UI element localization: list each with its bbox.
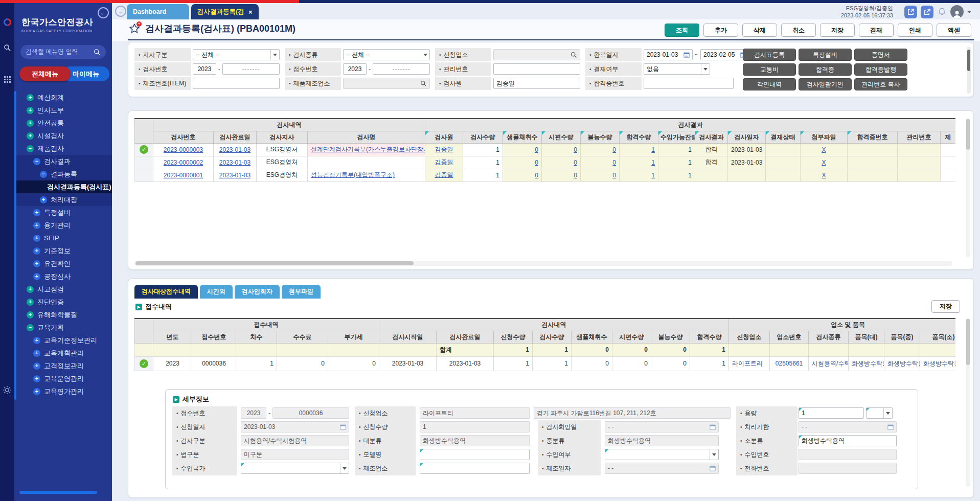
grid-cell-link[interactable]: 0	[535, 146, 538, 153]
grid-cell-link[interactable]: 0	[574, 172, 577, 179]
grid-cell[interactable]: 1	[658, 156, 695, 169]
grid-cell[interactable]: 합격	[695, 156, 728, 169]
grid-column-header[interactable]: 검사시작일	[379, 331, 437, 343]
grid-cell-link[interactable]: 김종일	[435, 146, 453, 153]
grid-column-header[interactable]: 시편수량	[612, 331, 651, 343]
filter-tool-button[interactable]: 특정설비	[799, 49, 852, 61]
action-button[interactable]: 인쇄	[898, 24, 932, 37]
grid-cell[interactable]: 1	[690, 356, 729, 371]
sidebar-item[interactable]: +요건확인	[14, 257, 112, 270]
grid-column-header[interactable]: 검사수량	[463, 131, 503, 143]
grid-cell-link[interactable]: 0	[574, 159, 577, 166]
grid-cell[interactable]: 화생방수탁용역	[849, 356, 884, 371]
grid-cell[interactable]	[695, 169, 728, 181]
grid-column-header[interactable]: 결재상태	[766, 131, 801, 143]
menu-search-input[interactable]: 검색할 메뉴명 입력	[20, 45, 106, 59]
grid-cell[interactable]: 0000036	[192, 356, 236, 371]
grid-cell[interactable]: 1	[494, 356, 533, 371]
grid-cell[interactable]: 2023-01-03	[214, 156, 257, 169]
table-row[interactable]: ✓2023-00000032023-01-03ESG경영처설계단계검사기록부(가…	[135, 143, 956, 156]
filter-tool-button[interactable]: 각인내역	[743, 78, 796, 90]
grid-cell[interactable]: 1	[236, 356, 277, 371]
grid-column-header[interactable]: 첨부파일	[801, 131, 848, 143]
sidebar-item[interactable]: +공장심사	[14, 270, 112, 283]
grid-cell[interactable]: 0	[542, 156, 581, 169]
sidebar-item[interactable]: +SEIP	[14, 232, 112, 244]
grid-cell[interactable]	[848, 169, 898, 181]
grid-cell[interactable]: 2023-01-03	[728, 156, 766, 169]
complete-date-to-field[interactable]: 2023-02-05	[700, 49, 749, 60]
lower-tab[interactable]: 시간외	[200, 285, 233, 299]
grid-column-header[interactable]: 검사일자	[728, 131, 766, 143]
grid-cell[interactable]	[766, 156, 801, 169]
grid-cell[interactable]	[941, 156, 956, 169]
grid-cell[interactable]: 1	[533, 356, 572, 371]
action-button[interactable]: 저장	[820, 24, 855, 37]
grid-cell[interactable]: 화생방수탁용역	[920, 356, 955, 371]
grid-cell-link[interactable]: 성능검정기록부(내압방폭구조)	[311, 171, 395, 178]
sidebar-item[interactable]: +진단인증	[14, 295, 112, 308]
grid-column-header[interactable]: 제	[941, 131, 956, 143]
approval-status-select[interactable]: 없음	[644, 63, 710, 75]
grid-cell[interactable]: 설계단계검사기록부(가스누출경보차단장치)	[308, 143, 425, 156]
grid-horizontal-scrollbar[interactable]	[134, 261, 952, 266]
grid-cell[interactable]: 2023-01-03	[214, 143, 257, 156]
grid-cell[interactable]: 0	[503, 169, 542, 181]
lower-tab[interactable]: 첨부파일	[282, 285, 321, 299]
save-button[interactable]: 저장	[931, 300, 960, 313]
grid-cell-link[interactable]: 0	[612, 172, 616, 179]
grid-cell[interactable]: 화생방수탁용역	[884, 356, 920, 371]
action-button[interactable]: 추가	[703, 24, 738, 37]
import-country-select[interactable]	[241, 463, 349, 474]
grid-cell[interactable]	[848, 156, 898, 169]
grid-cell-link[interactable]: 2023-0000001	[164, 172, 203, 179]
search-icon[interactable]	[3, 43, 12, 52]
row-selector-cell[interactable]	[135, 169, 153, 181]
grid-cell-link[interactable]: 2023-0000002	[164, 159, 203, 166]
grid-cell[interactable]	[766, 169, 801, 181]
certificate-no-field[interactable]	[644, 78, 734, 89]
sidebar-item[interactable]: +교육계획관리	[14, 347, 112, 359]
grid-cell[interactable]: 0	[581, 169, 620, 181]
sidebar-item[interactable]: +안전공통	[14, 117, 112, 129]
action-button[interactable]: 취소	[781, 24, 816, 37]
sidebar-item[interactable]: +고객정보관리	[14, 359, 112, 372]
grid-cell[interactable]: 합격	[695, 143, 728, 156]
grid-column-header[interactable]: 접수번호	[192, 331, 236, 343]
table-row[interactable]: ✓202300000361002023-01-032023-01-0311000…	[135, 356, 956, 371]
grid-cell[interactable]: 2023-01-03	[379, 356, 437, 371]
sidebar-item[interactable]: +교육기준정보관리	[14, 334, 112, 347]
grid-column-header[interactable]: 검사명	[308, 131, 425, 143]
category-small-field[interactable]: 화생방수탁용역	[799, 435, 897, 446]
tab-dashboard[interactable]: Dashboard	[127, 4, 189, 19]
grid-vertical-scrollbar[interactable]	[966, 118, 970, 257]
grid-cell[interactable]: 2023-0000001	[153, 169, 214, 181]
sidebar-item[interactable]: +기준정보	[14, 244, 112, 257]
grid-column-header[interactable]: 검사완료일	[437, 331, 494, 343]
grid-cell[interactable]: 0	[581, 143, 620, 156]
grid-cell[interactable]	[941, 169, 956, 181]
sidebar-item[interactable]: +인사노무	[14, 104, 112, 117]
grid-cell-link[interactable]: 설계단계검사기록부(가스누출경보차단장치)	[311, 146, 425, 153]
grid-cell[interactable]	[941, 143, 956, 156]
applicant-shop-search-field[interactable]	[493, 49, 580, 60]
grid-cell-link[interactable]: 0	[612, 146, 616, 153]
grid-column-header[interactable]: 검사결과	[695, 131, 728, 143]
grid-cell[interactable]: 0	[651, 356, 690, 371]
grid-cell[interactable]: 0	[542, 143, 581, 156]
grid-cell[interactable]: 2023-01-03	[728, 143, 766, 156]
sidebar-hscrollbar[interactable]	[19, 491, 97, 494]
lower-tab[interactable]: 검사입회자	[235, 285, 280, 299]
grid-cell[interactable]: 0	[572, 356, 612, 371]
sidebar-item[interactable]: 검사결과등록(검사표)	[14, 180, 112, 193]
row-selector-cell[interactable]: ✓	[135, 356, 153, 371]
sidebar-scrollbar[interactable]	[14, 91, 16, 400]
grid-column-header[interactable]: 신청업소	[729, 331, 770, 343]
grid-cell-link[interactable]: 1	[651, 146, 655, 153]
grid-cell-link[interactable]: 김종일	[435, 158, 453, 166]
action-button[interactable]: 엑셀	[937, 24, 971, 37]
grid-column-header[interactable]: 합격증번호	[848, 131, 898, 143]
grid-column-header[interactable]: 업소번호	[770, 331, 809, 343]
grid-column-header[interactable]: 관리번호	[898, 131, 941, 143]
grid-cell[interactable]: 0	[612, 356, 651, 371]
